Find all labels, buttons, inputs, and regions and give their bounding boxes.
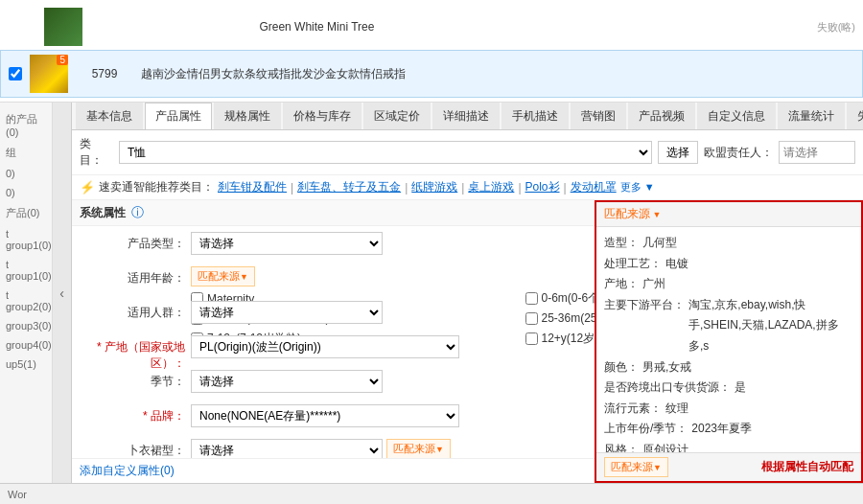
tab-mobile-desc[interactable]: 手机描述 [501, 103, 569, 129]
tab-video[interactable]: 产品视频 [628, 103, 695, 129]
quick-cat-label: 速卖通智能推荐类目： [99, 179, 214, 195]
category-select[interactable]: T恤 [119, 141, 652, 164]
match-value-trend: 纹理 [665, 399, 853, 420]
footer-source-tag[interactable]: 匹配来源 [604, 457, 668, 458]
tab-fail-reason[interactable]: 失败原因 [847, 103, 863, 129]
attr-label-origin: 产地（国家或地区）： [80, 335, 185, 372]
left-panel-item-4: 产品(0) [4, 204, 48, 222]
tab-custom-info[interactable]: 自定义信息 [697, 103, 776, 129]
attr-select-product-type[interactable]: 请选择 [191, 232, 383, 255]
match-row-export: 是否跨境出口专供货源： 是 [604, 378, 853, 399]
tab-product-attrs[interactable]: 产品属性 [145, 103, 212, 129]
attr-label-age: 适用年龄： [80, 266, 185, 286]
status-bar: Wor [0, 483, 863, 504]
product-num-2: 5799 [76, 67, 133, 80]
match-key-trend: 流行元素： [604, 399, 662, 420]
match-row-origin: 产地： 广州 [604, 274, 853, 295]
product-list-area: Green White Mini Tree 失败(略) 5 5799 越南沙金情… [0, 0, 863, 103]
match-value-color: 男戒,女戒 [642, 357, 853, 378]
match-row-platform: 主要下游平台： 淘宝,京东,ebay,wish,快手,SHEIN,天猫,LAZA… [604, 295, 853, 357]
right-content: 基本信息 产品属性 规格属性 价格与库存 区域定价 详细描述 手机描述 营销图 … [72, 103, 863, 483]
attr-label-brand: 品牌： [80, 404, 185, 424]
left-panel-item-10: up5(1) [4, 356, 48, 372]
match-key-platform: 主要下游平台： [604, 295, 685, 357]
match-row-process: 处理工艺： 电镀 [604, 254, 853, 275]
responsible-label: 欧盟责任人： [704, 145, 773, 161]
category-row: 类目： T恤 选择 欧盟责任人： [72, 130, 863, 175]
quick-cat-item-3[interactable]: 桌上游戏 [468, 179, 514, 195]
attr-select-origin[interactable]: PL(Origin)(波兰(Origin)) [191, 335, 459, 358]
tabs-container: 基本信息 产品属性 规格属性 价格与库存 区域定价 详细描述 手机描述 营销图 … [72, 103, 863, 130]
match-value-platform: 淘宝,京东,ebay,wish,快手,SHEIN,天猫,LAZADA,拼多多,s [688, 295, 853, 357]
quick-cat-item-2[interactable]: 纸牌游戏 [411, 179, 457, 195]
match-value-style: 原创设计 [642, 440, 853, 452]
tab-marketing[interactable]: 营销图 [571, 103, 626, 129]
tab-basic-info[interactable]: 基本信息 [76, 103, 143, 129]
left-panel: 的产品(0) 组 0) 0) 产品(0) t group1(0) t group… [0, 103, 53, 483]
quick-cat-item-5[interactable]: 发动机罩 [571, 179, 617, 195]
attr-label-target-group: 适用人群： [80, 301, 185, 321]
auto-match-panel: 匹配来源 造型： 几何型 处理工艺： 电镀 [595, 226, 863, 458]
main-container: Green White Mini Tree 失败(略) 5 5799 越南沙金情… [0, 0, 863, 504]
left-panel-item-8: group3(0) [4, 318, 48, 333]
dress-style-source-tag[interactable]: 匹配来源 [386, 439, 451, 458]
product-badge-2: 5 [57, 55, 68, 65]
match-key-season: 上市年份/季节： [604, 419, 688, 440]
left-panel-item-7: t group2(0) [4, 287, 48, 314]
attributes-panel: 系统属性 ⓘ 保存新模板 | 引用模板 ▼ 产品类型： [72, 200, 863, 483]
product-row-1[interactable]: Green White Mini Tree 失败(略) [0, 4, 863, 50]
attr-select-brand[interactable]: None(NONE(AE存量)******) [191, 404, 459, 427]
quick-cat-item-1[interactable]: 刹车盘、转子及五金 [297, 179, 401, 195]
product-row-2[interactable]: 5 5799 越南沙金情侣男女款条纹戒指批发沙金女款情侣戒指 [0, 50, 863, 98]
product-thumb-2: 5 [30, 55, 68, 93]
match-key-origin: 产地： [604, 274, 639, 295]
match-row-season: 上市年份/季节： 2023年夏季 [604, 419, 853, 440]
match-value-process: 电镀 [665, 254, 853, 275]
more-btn[interactable]: 更多 ▼ [620, 180, 655, 195]
product-name-2: 越南沙金情侣男女款条纹戒指批发沙金女款情侣戒指 [141, 66, 854, 82]
attrs-form-container: 产品类型： 请选择 适用年龄： 匹配来源 [72, 226, 863, 458]
attr-select-dress-style[interactable]: 请选择 [191, 439, 383, 458]
match-key-export: 是否跨境出口专供货源： [604, 378, 731, 399]
match-key-shape: 造型： [604, 233, 639, 254]
sys-attr-label: 系统属性 [80, 205, 126, 221]
status-text: Wor [8, 489, 27, 500]
quick-cat-item-0[interactable]: 刹车钳及配件 [218, 179, 287, 195]
product-status-1: 失败(略) [817, 20, 855, 34]
tab-price-stock[interactable]: 价格与库存 [283, 103, 362, 129]
add-custom-btn[interactable]: 添加自定义属性(0) [80, 463, 175, 479]
age-source-tag[interactable]: 匹配来源 [191, 266, 255, 286]
auto-match-footer: 匹配来源 根据属性自动匹配 [596, 452, 861, 458]
left-panel-item-5: t group1(0) [4, 226, 48, 253]
product-checkbox-2[interactable] [9, 67, 22, 80]
scroll-left-arrow[interactable]: ‹ [53, 103, 72, 483]
left-panel-item-1: 组 [4, 144, 48, 162]
info-icon[interactable]: ⓘ [131, 204, 144, 221]
attr-select-season[interactable]: 请选择 [191, 370, 383, 393]
tab-spec-attrs[interactable]: 规格属性 [214, 103, 281, 129]
match-value-origin: 广州 [642, 274, 853, 295]
quick-cat-icon: ⚡ [80, 180, 95, 195]
left-panel-item-6: t group1(0) [4, 257, 48, 284]
match-value-shape: 几何型 [642, 233, 853, 254]
select-btn[interactable]: 选择 [658, 141, 698, 164]
tab-region-price[interactable]: 区域定价 [363, 103, 431, 129]
attr-select-target-group[interactable]: 请选择 [191, 301, 383, 324]
match-value-season: 2023年夏季 [691, 419, 853, 440]
content-area: 的产品(0) 组 0) 0) 产品(0) t group1(0) t group… [0, 103, 863, 483]
left-panel-item-3: 0) [4, 185, 48, 200]
quick-cat-item-4[interactable]: Polo衫 [525, 179, 560, 195]
attr-label-dress-style: 卜衣裙型： [80, 439, 185, 458]
left-panel-item-9: group4(0) [4, 337, 48, 353]
quick-category-row: ⚡ 速卖通智能推荐类目： 刹车钳及配件 | 刹车盘、转子及五金 | 纸牌游戏 |… [72, 175, 863, 200]
responsible-input[interactable] [779, 141, 855, 164]
tab-traffic[interactable]: 流量统计 [778, 103, 845, 129]
match-key-style: 风格： [604, 440, 639, 452]
match-value-export: 是 [735, 378, 853, 399]
category-label: 类目： [80, 136, 113, 169]
tab-detail-desc[interactable]: 详细描述 [432, 103, 500, 129]
match-row-color: 颜色： 男戒,女戒 [604, 357, 853, 378]
match-row-shape: 造型： 几何型 [604, 233, 853, 254]
match-row-style: 风格： 原创设计 [604, 440, 853, 452]
product-name-1: Green White Mini Tree [155, 20, 478, 34]
